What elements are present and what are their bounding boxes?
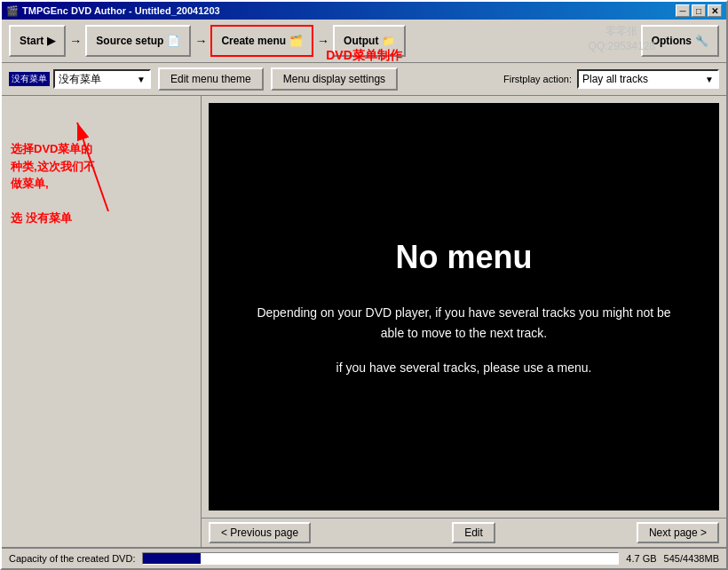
create-step: Create menu 🗂️ <box>210 25 313 57</box>
settings-bar: 没有菜单 没有菜单 ▼ Edit menu theme Menu display… <box>2 63 726 96</box>
firstplay-dropdown[interactable]: Play all tracks ▼ <box>577 69 719 89</box>
arrow-1: → <box>69 34 82 48</box>
start-icon: ▶ <box>47 35 55 47</box>
firstplay-arrow-icon: ▼ <box>705 75 714 84</box>
options-icon: 🔧 <box>695 35 708 47</box>
menu-dropdown-value: 没有菜单 <box>59 72 101 87</box>
display-settings-button[interactable]: Menu display settings <box>271 67 398 91</box>
source-button[interactable]: Source setup 📄 <box>85 25 191 57</box>
maximize-button[interactable]: □ <box>692 4 706 17</box>
spacer: Edit <box>314 522 633 543</box>
capacity-used: 545/4438MB <box>664 553 719 564</box>
arrow-2: → <box>194 34 207 48</box>
annotation-text: 选择DVD菜单的种类,这次我们不做菜单,选 没有菜单 <box>11 140 95 227</box>
firstplay-area: Firstplay action: Play all tracks ▼ <box>503 69 719 89</box>
arrow-3: → <box>317 34 329 48</box>
dvd-label: DVD菜单制作 <box>326 48 402 64</box>
output-label: Output <box>344 35 378 47</box>
edit-theme-button[interactable]: Edit menu theme <box>158 67 264 91</box>
display-settings-label: Menu display settings <box>283 73 385 85</box>
source-label: Source setup <box>96 35 163 47</box>
menu-dropdown[interactable]: 没有菜单 ▼ <box>53 69 151 89</box>
source-step: Source setup 📄 <box>85 25 191 57</box>
close-button[interactable]: ✕ <box>708 4 722 17</box>
create-icon: 🗂️ <box>289 35 303 47</box>
firstplay-label: Firstplay action: <box>503 74 572 84</box>
no-menu-desc1: Depending on your DVD player, if you hav… <box>251 303 677 343</box>
start-label: Start <box>20 35 44 47</box>
start-step: Start ▶ <box>9 25 66 57</box>
toolbar: Start ▶ → Source setup 📄 → Create menu 🗂… <box>2 20 726 63</box>
create-button[interactable]: Create menu 🗂️ <box>210 25 313 57</box>
next-page-button[interactable]: Next page > <box>637 522 719 543</box>
capacity-progress-fill <box>143 553 200 564</box>
titlebar: 🎬 TMPGEnc DVD Author - Untitled_20041203… <box>2 2 726 20</box>
minimize-button[interactable]: ─ <box>676 4 690 17</box>
output-icon: 📁 <box>382 35 395 47</box>
options-label: Options <box>652 35 692 47</box>
status-bar: Capacity of the created DVD: 4.7 GB 545/… <box>2 547 726 568</box>
menu-select-group: 没有菜单 没有菜单 ▼ <box>9 69 151 89</box>
capacity-progress-bar <box>142 552 619 565</box>
main-window: 🎬 TMPGEnc DVD Author - Untitled_20041203… <box>0 0 728 570</box>
titlebar-title: 🎬 TMPGEnc DVD Author - Untitled_20041203 <box>6 5 220 17</box>
preview-area: No menu Depending on your DVD player, if… <box>202 96 726 547</box>
watermark: 零零张 QQ:29534128 <box>589 24 655 54</box>
capacity-label: Capacity of the created DVD: <box>9 553 135 564</box>
sidebar: 选择DVD菜单的种类,这次我们不做菜单,选 没有菜单 <box>2 96 202 547</box>
no-menu-title: No menu <box>395 239 532 276</box>
watermark-line2: QQ:29534128 <box>589 39 655 54</box>
titlebar-buttons: ─ □ ✕ <box>676 4 722 17</box>
firstplay-value: Play all tracks <box>582 73 648 85</box>
menu-type-label: 没有菜单 <box>9 72 50 86</box>
window-title: TMPGEnc DVD Author - Untitled_20041203 <box>22 5 220 16</box>
next-page-label: Next page > <box>649 526 707 539</box>
create-label: Create menu <box>221 35 286 47</box>
edit-theme-label: Edit menu theme <box>170 73 251 85</box>
main-panel: 选择DVD菜单的种类,这次我们不做菜单,选 没有菜单 No menu Depen… <box>2 96 726 547</box>
start-button[interactable]: Start ▶ <box>9 25 66 57</box>
prev-page-button[interactable]: < Previous page <box>209 522 311 543</box>
edit-button[interactable]: Edit <box>452 522 495 543</box>
prev-page-label: < Previous page <box>221 526 298 539</box>
watermark-line1: 零零张 <box>589 24 655 39</box>
no-menu-desc2: if you have several tracks, please use a… <box>336 360 592 375</box>
app-icon: 🎬 <box>6 5 19 17</box>
preview-controls: < Previous page Edit Next page > <box>202 518 726 547</box>
edit-label: Edit <box>464 526 483 539</box>
dropdown-arrow-icon: ▼ <box>137 75 146 84</box>
source-icon: 📄 <box>167 35 180 47</box>
capacity-size: 4.7 GB <box>626 553 656 564</box>
preview-screen: No menu Depending on your DVD player, if… <box>209 103 719 511</box>
